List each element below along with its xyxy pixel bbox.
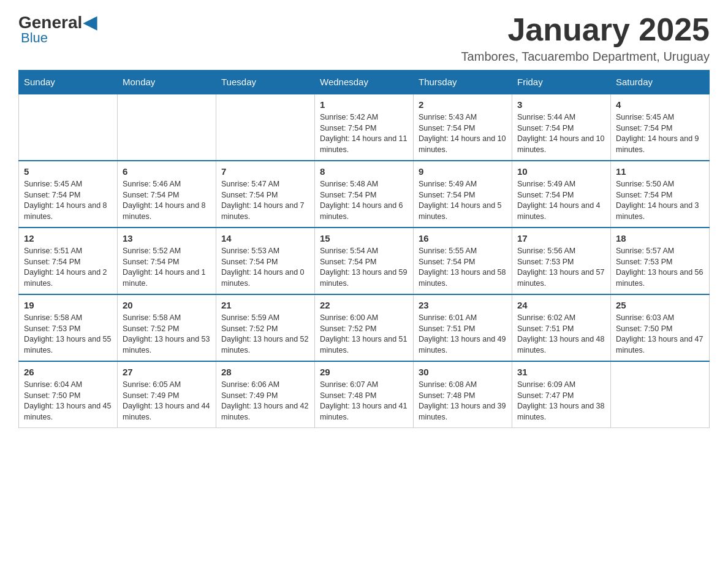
day-info: Sunrise: 5:49 AM Sunset: 7:54 PM Dayligh…	[517, 179, 605, 222]
location-title: Tambores, Tacuarembo Department, Uruguay	[461, 50, 710, 64]
calendar-cell	[216, 94, 315, 161]
week-row-2: 5Sunrise: 5:45 AM Sunset: 7:54 PM Daylig…	[19, 161, 710, 228]
page-header: General ◀ Blue January 2025 Tambores, Ta…	[18, 12, 710, 64]
calendar-cell: 21Sunrise: 5:59 AM Sunset: 7:52 PM Dayli…	[216, 294, 315, 361]
day-number: 14	[221, 233, 309, 243]
calendar-cell: 8Sunrise: 5:48 AM Sunset: 7:54 PM Daylig…	[315, 161, 414, 228]
logo: General ◀ Blue	[18, 12, 97, 46]
calendar-cell: 30Sunrise: 6:08 AM Sunset: 7:48 PM Dayli…	[414, 361, 512, 428]
calendar-cell: 15Sunrise: 5:54 AM Sunset: 7:54 PM Dayli…	[315, 228, 414, 294]
calendar-cell: 4Sunrise: 5:45 AM Sunset: 7:54 PM Daylig…	[611, 94, 710, 161]
day-info: Sunrise: 5:44 AM Sunset: 7:54 PM Dayligh…	[517, 112, 605, 155]
day-number: 16	[419, 233, 507, 243]
logo-icon: ◀	[83, 12, 97, 33]
day-info: Sunrise: 5:59 AM Sunset: 7:52 PM Dayligh…	[221, 313, 309, 356]
calendar-cell: 22Sunrise: 6:00 AM Sunset: 7:52 PM Dayli…	[315, 294, 414, 361]
calendar-cell: 11Sunrise: 5:50 AM Sunset: 7:54 PM Dayli…	[611, 161, 710, 228]
day-info: Sunrise: 6:07 AM Sunset: 7:48 PM Dayligh…	[320, 380, 408, 423]
day-number: 22	[320, 300, 408, 310]
day-info: Sunrise: 6:01 AM Sunset: 7:51 PM Dayligh…	[419, 313, 507, 356]
day-number: 10	[517, 166, 605, 177]
day-info: Sunrise: 5:53 AM Sunset: 7:54 PM Dayligh…	[221, 246, 309, 289]
calendar-cell: 17Sunrise: 5:56 AM Sunset: 7:53 PM Dayli…	[512, 228, 611, 294]
day-info: Sunrise: 5:45 AM Sunset: 7:54 PM Dayligh…	[616, 112, 704, 155]
calendar-header-wednesday: Wednesday	[315, 71, 414, 94]
day-info: Sunrise: 5:49 AM Sunset: 7:54 PM Dayligh…	[419, 179, 507, 222]
day-number: 11	[616, 166, 704, 177]
day-number: 6	[123, 166, 211, 177]
day-info: Sunrise: 6:02 AM Sunset: 7:51 PM Dayligh…	[517, 313, 605, 356]
calendar-cell: 27Sunrise: 6:05 AM Sunset: 7:49 PM Dayli…	[118, 361, 216, 428]
calendar-cell: 14Sunrise: 5:53 AM Sunset: 7:54 PM Dayli…	[216, 228, 315, 294]
week-row-3: 12Sunrise: 5:51 AM Sunset: 7:54 PM Dayli…	[19, 228, 710, 294]
calendar-cell: 28Sunrise: 6:06 AM Sunset: 7:49 PM Dayli…	[216, 361, 315, 428]
day-info: Sunrise: 6:04 AM Sunset: 7:50 PM Dayligh…	[24, 380, 112, 423]
day-number: 1	[320, 99, 408, 110]
day-number: 9	[419, 166, 507, 177]
day-number: 31	[517, 367, 605, 377]
calendar-cell: 2Sunrise: 5:43 AM Sunset: 7:54 PM Daylig…	[414, 94, 512, 161]
day-info: Sunrise: 5:55 AM Sunset: 7:54 PM Dayligh…	[419, 246, 507, 289]
day-info: Sunrise: 5:48 AM Sunset: 7:54 PM Dayligh…	[320, 179, 408, 222]
calendar-cell: 16Sunrise: 5:55 AM Sunset: 7:54 PM Dayli…	[414, 228, 512, 294]
day-number: 25	[616, 300, 704, 310]
day-number: 17	[517, 233, 605, 243]
calendar-cell: 12Sunrise: 5:51 AM Sunset: 7:54 PM Dayli…	[19, 228, 118, 294]
calendar-cell: 7Sunrise: 5:47 AM Sunset: 7:54 PM Daylig…	[216, 161, 315, 228]
logo-blue-text: Blue	[21, 30, 48, 46]
day-number: 8	[320, 166, 408, 177]
calendar-header-tuesday: Tuesday	[216, 71, 315, 94]
day-number: 29	[320, 367, 408, 377]
day-number: 21	[221, 300, 309, 310]
day-number: 24	[517, 300, 605, 310]
calendar-cell	[611, 361, 710, 428]
day-info: Sunrise: 6:09 AM Sunset: 7:47 PM Dayligh…	[517, 380, 605, 423]
title-block: January 2025 Tambores, Tacuarembo Depart…	[461, 12, 710, 64]
day-number: 30	[419, 367, 507, 377]
day-number: 20	[123, 300, 211, 310]
calendar-cell: 9Sunrise: 5:49 AM Sunset: 7:54 PM Daylig…	[414, 161, 512, 228]
day-number: 19	[24, 300, 112, 310]
day-number: 28	[221, 367, 309, 377]
day-info: Sunrise: 5:45 AM Sunset: 7:54 PM Dayligh…	[24, 179, 112, 222]
calendar-cell: 3Sunrise: 5:44 AM Sunset: 7:54 PM Daylig…	[512, 94, 611, 161]
calendar-cell: 13Sunrise: 5:52 AM Sunset: 7:54 PM Dayli…	[118, 228, 216, 294]
day-number: 12	[24, 233, 112, 243]
calendar-cell: 29Sunrise: 6:07 AM Sunset: 7:48 PM Dayli…	[315, 361, 414, 428]
day-info: Sunrise: 6:06 AM Sunset: 7:49 PM Dayligh…	[221, 380, 309, 423]
day-info: Sunrise: 6:03 AM Sunset: 7:50 PM Dayligh…	[616, 313, 704, 356]
calendar-cell: 19Sunrise: 5:58 AM Sunset: 7:53 PM Dayli…	[19, 294, 118, 361]
day-number: 26	[24, 367, 112, 377]
week-row-1: 1Sunrise: 5:42 AM Sunset: 7:54 PM Daylig…	[19, 94, 710, 161]
calendar-cell: 5Sunrise: 5:45 AM Sunset: 7:54 PM Daylig…	[19, 161, 118, 228]
calendar-cell	[118, 94, 216, 161]
calendar-cell	[19, 94, 118, 161]
day-info: Sunrise: 5:42 AM Sunset: 7:54 PM Dayligh…	[320, 112, 408, 155]
calendar-cell: 6Sunrise: 5:46 AM Sunset: 7:54 PM Daylig…	[118, 161, 216, 228]
month-title: January 2025	[461, 12, 710, 47]
day-number: 5	[24, 166, 112, 177]
week-row-4: 19Sunrise: 5:58 AM Sunset: 7:53 PM Dayli…	[19, 294, 710, 361]
day-info: Sunrise: 6:05 AM Sunset: 7:49 PM Dayligh…	[123, 380, 211, 423]
day-number: 4	[616, 99, 704, 110]
calendar-cell: 31Sunrise: 6:09 AM Sunset: 7:47 PM Dayli…	[512, 361, 611, 428]
calendar-cell: 18Sunrise: 5:57 AM Sunset: 7:53 PM Dayli…	[611, 228, 710, 294]
day-info: Sunrise: 5:47 AM Sunset: 7:54 PM Dayligh…	[221, 179, 309, 222]
calendar-header-monday: Monday	[118, 71, 216, 94]
day-info: Sunrise: 5:57 AM Sunset: 7:53 PM Dayligh…	[616, 246, 704, 289]
calendar-header-friday: Friday	[512, 71, 611, 94]
day-info: Sunrise: 5:46 AM Sunset: 7:54 PM Dayligh…	[123, 179, 211, 222]
calendar-cell: 1Sunrise: 5:42 AM Sunset: 7:54 PM Daylig…	[315, 94, 414, 161]
day-info: Sunrise: 5:58 AM Sunset: 7:53 PM Dayligh…	[24, 313, 112, 356]
day-info: Sunrise: 6:00 AM Sunset: 7:52 PM Dayligh…	[320, 313, 408, 356]
calendar-header-row: SundayMondayTuesdayWednesdayThursdayFrid…	[19, 71, 710, 94]
day-number: 18	[616, 233, 704, 243]
day-info: Sunrise: 5:58 AM Sunset: 7:52 PM Dayligh…	[123, 313, 211, 356]
day-info: Sunrise: 5:51 AM Sunset: 7:54 PM Dayligh…	[24, 246, 112, 289]
calendar-header-saturday: Saturday	[611, 71, 710, 94]
calendar-cell: 26Sunrise: 6:04 AM Sunset: 7:50 PM Dayli…	[19, 361, 118, 428]
day-info: Sunrise: 5:56 AM Sunset: 7:53 PM Dayligh…	[517, 246, 605, 289]
calendar-header-thursday: Thursday	[414, 71, 512, 94]
day-number: 15	[320, 233, 408, 243]
week-row-5: 26Sunrise: 6:04 AM Sunset: 7:50 PM Dayli…	[19, 361, 710, 428]
